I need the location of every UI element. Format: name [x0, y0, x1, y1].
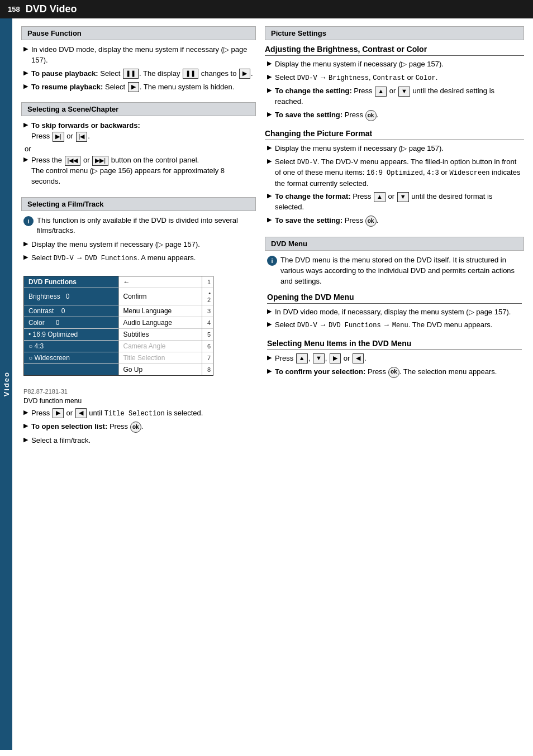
bullet-arrow-icon: ▶ [23, 121, 28, 128]
bullet-arrow-icon: ▶ [267, 192, 272, 199]
picture-settings-section: Picture Settings Adjusting the Brightnes… [265, 26, 524, 227]
fmt-text-3: To change the format: Press ▲ or ▼ until… [275, 192, 522, 213]
dvd-menu-section: DVD Menu i The DVD menu is the menu stor… [265, 237, 524, 378]
pause-item-2: ▶ To pause playback: Select ❚❚. The disp… [23, 69, 254, 79]
up-btn-icon: ▲ [375, 87, 387, 97]
pause-button-icon: ❚❚ [123, 69, 139, 79]
bullet-arrow-icon: ▶ [267, 216, 272, 223]
sel-menu-item-1: ▶ Press ▲, ▼, ▶ or ◀. [267, 353, 522, 364]
bullet-arrow-icon: ▶ [23, 436, 28, 443]
ok-button-icon: ok [365, 216, 377, 227]
dvd-functions-table: DVD Functions ← 1 Brightness 0 Confirm •… [24, 276, 213, 375]
picture-settings-title: Picture Settings [265, 26, 524, 40]
table-cell-right: Title Selection [118, 352, 202, 363]
fmt-item-3: ▶ To change the format: Press ▲ or ▼ unt… [267, 192, 522, 213]
fmt-item-2: ▶ Select DVD-V. The DVD-V menu appears. … [267, 157, 522, 189]
open-dvd-item-1: ▶ In DVD video mode, if necessary, displ… [267, 307, 522, 318]
down-btn-icon: ▼ [397, 192, 409, 202]
table-cell-left: • 16:9 Optimized [24, 328, 118, 340]
film-text-2: Select DVD-V → DVD Functions. A menu app… [31, 253, 196, 264]
adj-item-4: ▶ To save the setting: Press ok. [267, 110, 522, 121]
right-nav-icon: ▶ [330, 353, 341, 363]
info-icon: i [23, 216, 34, 226]
adj-text-4: To save the setting: Press ok. [275, 110, 378, 121]
bullet-arrow-icon: ▶ [267, 111, 272, 118]
film-content: i This function is only available if the… [21, 216, 256, 446]
film-after-text-3: Select a film/track. [31, 436, 91, 446]
adj-item-2: ▶ Select DVD-V → Brightness, Contrast or… [267, 73, 522, 83]
pause-function-section: Pause Function ▶ In video DVD mode, disp… [21, 26, 256, 92]
table-caption: P82.87-2181-31 [23, 388, 254, 395]
table-row: ○ Widescreen Title Selection 7 [24, 352, 213, 363]
table-cell-right: Confirm [118, 288, 202, 305]
format-content: ▶ Display the menu system if necessary (… [265, 143, 524, 227]
opening-dvd-title: Opening the DVD Menu [267, 293, 522, 304]
table-num: • 2 [202, 288, 213, 305]
bullet-arrow-icon: ▶ [267, 144, 272, 151]
bullet-arrow-icon: ▶ [267, 87, 272, 94]
table-row: Color 0 Audio Language 4 [24, 317, 213, 328]
adj-item-1: ▶ Display the menu system if necessary (… [267, 59, 522, 70]
open-dvd-text-2: Select DVD-V → DVD Functions → Menu. The… [275, 320, 492, 331]
film-after-text-1: Press ▶ or ◀ until Title Selection is se… [31, 408, 203, 419]
film-section: Selecting a Film/Track i This function i… [21, 197, 256, 446]
table-num: 7 [202, 352, 213, 363]
table-row: Contrast 0 Menu Language 3 [24, 305, 213, 317]
open-dvd-item-2: ▶ Select DVD-V → DVD Functions → Menu. T… [267, 320, 522, 331]
scene-title: Selecting a Scene/Chapter [21, 102, 256, 116]
bullet-arrow-icon: ▶ [267, 320, 272, 328]
page-header: 158 DVD Video [0, 0, 533, 18]
film-item-1: ▶ Display the menu system if necessary (… [23, 240, 254, 250]
next-track-icon: ▶▶| [92, 156, 108, 166]
bwd-small-icon: ◀ [75, 408, 87, 418]
bullet-arrow-icon: ▶ [267, 60, 272, 67]
table-cell-right: Audio Language [118, 317, 202, 328]
film-text-1: Display the menu system if necessary (▷ … [31, 240, 200, 250]
scene-content: ▶ To skip forwards or backwards: Press ▶… [21, 121, 256, 186]
page-number: 158 [8, 5, 20, 13]
pause-display-icon: ❚❚ [183, 69, 198, 79]
page-title: DVD Video [26, 3, 77, 15]
bullet-arrow-icon: ▶ [267, 354, 272, 361]
table-cell-left: Contrast 0 [24, 305, 118, 317]
table-cell-left: ○ 4:3 [24, 340, 118, 352]
play-display-icon: ▶ [239, 69, 250, 79]
table-cell-right: Menu Language [118, 305, 202, 317]
pause-item-1: ▶ In video DVD mode, display the menu sy… [23, 45, 254, 66]
scene-text-1: To skip forwards or backwards: Press ▶| … [31, 121, 140, 142]
fmt-item-4: ▶ To save the setting: Press ok. [267, 216, 522, 227]
adj-text-1: Display the menu system if necessary (▷ … [275, 59, 444, 70]
dvd-menu-info: i The DVD menu is the menu stored on the… [267, 255, 522, 287]
film-after-3: ▶ Select a film/track. [23, 436, 254, 446]
adjusting-subsection-title: Adjusting the Brightness, Contrast or Co… [265, 45, 524, 56]
adj-item-3: ▶ To change the setting: Press ▲ or ▼ un… [267, 86, 522, 107]
table-cell-left [24, 363, 118, 375]
sel-menu-text-2: To confirm your selection: Press ok. The… [275, 367, 497, 378]
left-column: Pause Function ▶ In video DVD mode, disp… [21, 26, 256, 742]
bullet-arrow-icon: ▶ [23, 156, 28, 163]
film-after-text-2: To open selection list: Press ok. [31, 422, 143, 433]
table-row: DVD Functions ← 1 [24, 276, 213, 288]
fwd-small-icon: ▶ [53, 408, 64, 418]
table-cell-right: ← [118, 276, 202, 288]
prev-track-icon: |◀◀ [65, 156, 81, 166]
scene-item-1: ▶ To skip forwards or backwards: Press ▶… [23, 121, 254, 142]
bullet-arrow-icon: ▶ [23, 45, 28, 52]
pause-text-2: To pause playback: Select ❚❚. The displa… [31, 69, 253, 79]
fmt-text-1: Display the menu system if necessary (▷ … [275, 143, 444, 154]
bullet-arrow-icon: ▶ [23, 240, 28, 247]
bullet-arrow-icon: ▶ [23, 409, 28, 416]
dvd-menu-table-container: DVD Functions ← 1 Brightness 0 Confirm •… [23, 271, 213, 380]
table-row: ○ 4:3 Camera Angle 6 [24, 340, 213, 352]
table-row: Brightness 0 Confirm • 2 [24, 288, 213, 305]
scene-item-2: ▶ Press the |◀◀ or ▶▶| button on the con… [23, 155, 254, 187]
film-info: i This function is only available if the… [23, 216, 254, 237]
fmt-item-1: ▶ Display the menu system if necessary (… [267, 143, 522, 154]
table-row: Go Up 8 [24, 363, 213, 375]
film-item-2: ▶ Select DVD-V → DVD Functions. A menu a… [23, 253, 254, 264]
sel-menu-text-1: Press ▲, ▼, ▶ or ◀. [275, 353, 367, 364]
bwd-btn-icon: |◀ [76, 132, 88, 142]
table-label: DVD function menu [23, 397, 254, 405]
table-cell-left: Brightness 0 [24, 288, 118, 305]
table-cell-right: Camera Angle [118, 340, 202, 352]
